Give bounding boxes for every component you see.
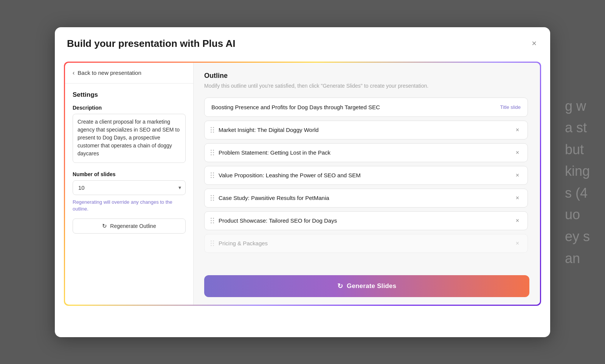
modal-title: Build your presentation with Plus AI [67,38,235,50]
drag-handle-icon[interactable] [211,218,214,223]
regenerate-button[interactable]: ↻ Regenerate Outline [73,218,186,234]
generate-slides-icon: ↻ [337,282,343,290]
settings-panel: Settings Description Number of slides 5 … [65,84,193,305]
drag-handle-icon[interactable] [211,127,214,133]
num-slides-select[interactable]: 5 7 10 12 15 20 [73,180,186,195]
outline-item-partial: Pricing & Packages × [204,234,528,253]
remove-item-button[interactable]: × [513,240,521,247]
drag-handle-icon[interactable] [211,172,214,178]
outline-item-text: Pricing & Packages [219,240,509,246]
outline-title: Outline [204,72,529,80]
modal-header: Build your presentation with Plus AI × [55,27,550,56]
modal-overlay: g w a st but king s (4 uo ey s an Build … [0,0,605,364]
generate-slides-button[interactable]: ↻ Generate Slides [204,275,529,297]
modal-body: ‹ Back to new presentation Settings Desc… [55,56,550,337]
description-label: Description [73,105,186,111]
outline-item-text: Product Showcase: Tailored SEO for Dog D… [219,217,509,224]
remove-item-button[interactable]: × [513,126,521,134]
back-arrow-icon: ‹ [73,70,74,76]
num-slides-label: Number of slides [73,171,186,177]
outline-item: Value Proposition: Leashing the Power of… [204,166,528,185]
generate-slides-label: Generate Slides [347,282,396,290]
gradient-border: ‹ Back to new presentation Settings Desc… [64,62,541,306]
inner-content: ‹ Back to new presentation Settings Desc… [65,63,540,305]
background-text: g w a st but king s (4 uo ey s an [565,95,590,269]
generate-section: ↻ Generate Slides [204,269,529,305]
outline-items-list: Boosting Presence and Profits for Dog Da… [204,98,529,269]
outline-item-text: Case Study: Pawsitive Results for PetMan… [219,195,509,201]
remove-item-button[interactable]: × [513,194,521,202]
modal: Build your presentation with Plus AI × ‹… [55,27,550,337]
outline-item-text: Value Proposition: Leashing the Power of… [219,172,509,178]
regenerate-icon: ↻ [102,223,107,229]
outline-item: Case Study: Pawsitive Results for PetMan… [204,189,528,208]
override-warning: Regenerating will override any changes t… [73,199,186,212]
back-label: Back to new presentation [78,70,141,76]
title-slide-badge: Title slide [500,104,521,110]
outline-item: Product Showcase: Tailored SEO for Dog D… [204,211,528,230]
back-button[interactable]: ‹ Back to new presentation [65,63,193,84]
description-textarea[interactable] [73,114,186,163]
drag-handle-icon[interactable] [211,195,214,201]
remove-item-button[interactable]: × [513,172,521,179]
outline-item-text: Problem Statement: Getting Lost in the P… [219,149,509,156]
outline-panel: Outline Modify this outline until you're… [194,63,540,305]
close-button[interactable]: × [530,38,538,49]
outline-subtitle: Modify this outline until you're satisfi… [204,82,529,90]
drag-handle-icon [211,240,214,246]
settings-title: Settings [73,91,186,99]
outline-item: Market Insight: The Digital Doggy World … [204,121,528,139]
drag-handle-icon[interactable] [211,150,214,155]
outline-item-text: Market Insight: The Digital Doggy World [219,127,509,133]
outline-item: Problem Statement: Getting Lost in the P… [204,143,528,162]
slides-select-wrapper: 5 7 10 12 15 20 ▾ [73,180,186,195]
regenerate-label: Regenerate Outline [110,223,156,229]
title-slide-text: Boosting Presence and Profits for Dog Da… [211,104,380,110]
title-slide-item: Boosting Presence and Profits for Dog Da… [204,98,528,117]
sidebar: ‹ Back to new presentation Settings Desc… [65,63,194,305]
remove-item-button[interactable]: × [513,149,521,156]
remove-item-button[interactable]: × [513,217,521,225]
close-icon: × [532,39,537,48]
